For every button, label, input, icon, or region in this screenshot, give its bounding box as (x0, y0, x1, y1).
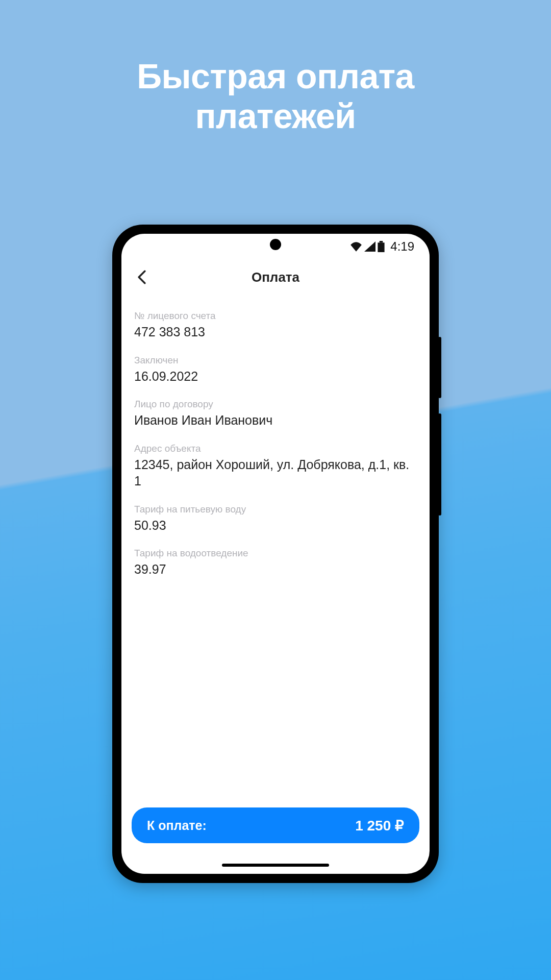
cellular-icon (364, 241, 375, 252)
pay-label: К оплате: (147, 818, 207, 833)
field-label: Тариф на водоотведение (134, 548, 417, 559)
svg-rect-0 (378, 242, 385, 252)
battery-icon (377, 241, 385, 252)
pay-amount: 1 250 ₽ (355, 817, 404, 834)
field-value: 472 383 813 (134, 324, 417, 340)
home-indicator[interactable] (222, 864, 329, 867)
status-time: 4:19 (390, 239, 414, 254)
field-value: 39.97 (134, 561, 417, 578)
field-tariff-water: Тариф на питьевую воду 50.93 (134, 504, 417, 534)
status-icons (349, 241, 385, 252)
field-label: Лицо по договору (134, 399, 417, 410)
field-value: 12345, район Хороший, ул. Добрякова, д.1… (134, 456, 417, 489)
payment-details: № лицевого счета 472 383 813 Заключен 16… (121, 295, 430, 807)
field-label: Тариф на питьевую воду (134, 504, 417, 515)
promo-headline: Быстрая оплата платежей (0, 0, 551, 136)
field-value: 50.93 (134, 517, 417, 534)
phone-side-button (438, 413, 441, 516)
phone-screen: 4:19 Оплата № лицевого счета 472 383 813… (121, 234, 430, 874)
field-value: Иванов Иван Иванович (134, 412, 417, 429)
app-header: Оплата (121, 259, 430, 295)
field-tariff-drain: Тариф на водоотведение 39.97 (134, 548, 417, 578)
pay-button[interactable]: К оплате: 1 250 ₽ (132, 807, 419, 843)
phone-mockup: 4:19 Оплата № лицевого счета 472 383 813… (112, 225, 439, 883)
wifi-icon (349, 241, 363, 252)
field-address: Адрес объекта 12345, район Хороший, ул. … (134, 443, 417, 489)
page-title: Оплата (252, 270, 299, 285)
back-button[interactable] (132, 267, 152, 287)
field-label: № лицевого счета (134, 310, 417, 322)
svg-rect-1 (380, 241, 383, 242)
phone-side-button (438, 337, 441, 398)
chevron-left-icon (137, 270, 146, 284)
promo-line1: Быстрая оплата (137, 57, 414, 95)
field-value: 16.09.2022 (134, 368, 417, 385)
field-label: Заключен (134, 355, 417, 366)
promo-line2: платежей (195, 96, 356, 135)
field-label: Адрес объекта (134, 443, 417, 454)
field-account: № лицевого счета 472 383 813 (134, 310, 417, 340)
field-concluded: Заключен 16.09.2022 (134, 355, 417, 385)
field-person: Лицо по договору Иванов Иван Иванович (134, 399, 417, 429)
camera-notch (270, 239, 281, 250)
